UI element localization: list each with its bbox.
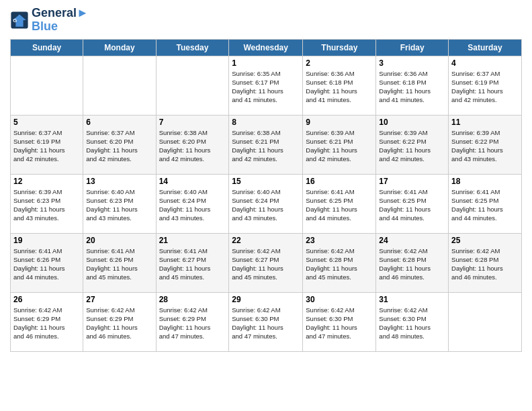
- day-info: Sunrise: 6:42 AM Sunset: 6:28 PM Dayligh…: [306, 246, 373, 282]
- day-info: Sunrise: 6:42 AM Sunset: 6:30 PM Dayligh…: [306, 306, 373, 341]
- day-cell: 31Sunrise: 6:42 AM Sunset: 6:30 PM Dayli…: [376, 292, 449, 351]
- day-info: Sunrise: 6:41 AM Sunset: 6:27 PM Dayligh…: [159, 246, 226, 282]
- day-info: Sunrise: 6:37 AM Sunset: 6:19 PM Dayligh…: [451, 69, 519, 105]
- day-cell: 20Sunrise: 6:41 AM Sunset: 6:26 PM Dayli…: [83, 233, 156, 292]
- day-number: 27: [86, 295, 152, 304]
- day-cell: 30Sunrise: 6:42 AM Sunset: 6:30 PM Dayli…: [303, 292, 376, 351]
- day-cell: 22Sunrise: 6:42 AM Sunset: 6:27 PM Dayli…: [229, 233, 303, 292]
- day-cell: 6Sunrise: 6:37 AM Sunset: 6:20 PM Daylig…: [83, 115, 156, 174]
- day-info: Sunrise: 6:42 AM Sunset: 6:30 PM Dayligh…: [232, 306, 300, 341]
- day-cell: 5Sunrise: 6:37 AM Sunset: 6:19 PM Daylig…: [11, 115, 83, 174]
- day-number: 4: [451, 58, 519, 68]
- week-row-4: 26Sunrise: 6:42 AM Sunset: 6:29 PM Dayli…: [11, 292, 522, 351]
- day-info: Sunrise: 6:37 AM Sunset: 6:19 PM Dayligh…: [13, 128, 80, 164]
- day-number: 12: [13, 177, 80, 186]
- day-cell: 3Sunrise: 6:36 AM Sunset: 6:18 PM Daylig…: [376, 56, 449, 115]
- day-info: Sunrise: 6:42 AM Sunset: 6:28 PM Dayligh…: [379, 246, 445, 282]
- day-number: 16: [306, 177, 373, 186]
- day-cell: 16Sunrise: 6:41 AM Sunset: 6:25 PM Dayli…: [303, 174, 376, 233]
- day-number: 5: [13, 118, 80, 127]
- weekday-header-thursday: Thursday: [303, 39, 376, 56]
- day-number: 25: [451, 236, 519, 245]
- weekday-header-row: SundayMondayTuesdayWednesdayThursdayFrid…: [11, 39, 522, 56]
- weekday-header-tuesday: Tuesday: [156, 39, 229, 56]
- day-number: 9: [306, 118, 373, 127]
- day-cell: 27Sunrise: 6:42 AM Sunset: 6:29 PM Dayli…: [83, 292, 156, 351]
- day-info: Sunrise: 6:39 AM Sunset: 6:23 PM Dayligh…: [13, 187, 80, 223]
- day-cell: 10Sunrise: 6:39 AM Sunset: 6:22 PM Dayli…: [376, 115, 449, 174]
- day-info: Sunrise: 6:39 AM Sunset: 6:22 PM Dayligh…: [451, 128, 519, 164]
- day-cell: 12Sunrise: 6:39 AM Sunset: 6:23 PM Dayli…: [11, 174, 83, 233]
- day-cell: 19Sunrise: 6:41 AM Sunset: 6:26 PM Dayli…: [11, 233, 83, 292]
- day-cell: 28Sunrise: 6:42 AM Sunset: 6:29 PM Dayli…: [156, 292, 229, 351]
- day-cell: 14Sunrise: 6:40 AM Sunset: 6:24 PM Dayli…: [156, 174, 229, 233]
- day-cell: 13Sunrise: 6:40 AM Sunset: 6:23 PM Dayli…: [83, 174, 156, 233]
- day-cell: [449, 292, 522, 351]
- day-number: 7: [159, 118, 226, 127]
- day-number: 3: [379, 58, 445, 68]
- day-cell: 24Sunrise: 6:42 AM Sunset: 6:28 PM Dayli…: [376, 233, 449, 292]
- day-cell: [11, 56, 83, 115]
- day-number: 10: [379, 118, 445, 127]
- day-number: 31: [379, 295, 445, 304]
- day-number: 28: [159, 295, 226, 304]
- day-number: 26: [13, 295, 80, 304]
- logo-text: General►Blue: [32, 7, 89, 34]
- day-info: Sunrise: 6:42 AM Sunset: 6:29 PM Dayligh…: [86, 306, 152, 341]
- logo-icon: G: [10, 11, 29, 30]
- page: G General►Blue SundayMondayTuesdayWednes…: [0, 0, 532, 411]
- day-number: 19: [13, 236, 80, 245]
- week-row-1: 5Sunrise: 6:37 AM Sunset: 6:19 PM Daylig…: [11, 115, 522, 174]
- header: G General►Blue: [10, 7, 522, 34]
- day-info: Sunrise: 6:42 AM Sunset: 6:27 PM Dayligh…: [232, 246, 300, 282]
- day-number: 14: [159, 177, 226, 186]
- day-cell: 4Sunrise: 6:37 AM Sunset: 6:19 PM Daylig…: [449, 56, 522, 115]
- day-info: Sunrise: 6:42 AM Sunset: 6:28 PM Dayligh…: [451, 246, 519, 282]
- day-cell: [83, 56, 156, 115]
- day-info: Sunrise: 6:41 AM Sunset: 6:25 PM Dayligh…: [451, 187, 519, 223]
- day-number: 17: [379, 177, 445, 186]
- day-cell: 23Sunrise: 6:42 AM Sunset: 6:28 PM Dayli…: [303, 233, 376, 292]
- day-number: 8: [232, 118, 300, 127]
- day-number: 11: [451, 118, 519, 127]
- day-number: 29: [232, 295, 300, 304]
- svg-text:G: G: [13, 17, 17, 24]
- day-number: 18: [451, 177, 519, 186]
- day-number: 20: [86, 236, 152, 245]
- day-info: Sunrise: 6:41 AM Sunset: 6:26 PM Dayligh…: [13, 246, 80, 282]
- day-info: Sunrise: 6:39 AM Sunset: 6:22 PM Dayligh…: [379, 128, 445, 164]
- day-number: 24: [379, 236, 445, 245]
- day-cell: 21Sunrise: 6:41 AM Sunset: 6:27 PM Dayli…: [156, 233, 229, 292]
- day-info: Sunrise: 6:42 AM Sunset: 6:30 PM Dayligh…: [379, 306, 445, 341]
- day-number: 1: [232, 58, 300, 68]
- day-number: 15: [232, 177, 300, 186]
- day-cell: 25Sunrise: 6:42 AM Sunset: 6:28 PM Dayli…: [449, 233, 522, 292]
- week-row-0: 1Sunrise: 6:35 AM Sunset: 6:17 PM Daylig…: [11, 56, 522, 115]
- day-number: 6: [86, 118, 152, 127]
- day-number: 23: [306, 236, 373, 245]
- day-cell: 2Sunrise: 6:36 AM Sunset: 6:18 PM Daylig…: [303, 56, 376, 115]
- day-info: Sunrise: 6:41 AM Sunset: 6:26 PM Dayligh…: [86, 246, 152, 282]
- day-cell: 17Sunrise: 6:41 AM Sunset: 6:25 PM Dayli…: [376, 174, 449, 233]
- day-number: 21: [159, 236, 226, 245]
- day-info: Sunrise: 6:41 AM Sunset: 6:25 PM Dayligh…: [379, 187, 445, 223]
- day-cell: [156, 56, 229, 115]
- day-info: Sunrise: 6:39 AM Sunset: 6:21 PM Dayligh…: [306, 128, 373, 164]
- logo: G General►Blue: [10, 7, 89, 34]
- weekday-header-monday: Monday: [83, 39, 156, 56]
- day-number: 2: [306, 58, 373, 68]
- day-cell: 15Sunrise: 6:40 AM Sunset: 6:24 PM Dayli…: [229, 174, 303, 233]
- day-cell: 7Sunrise: 6:38 AM Sunset: 6:20 PM Daylig…: [156, 115, 229, 174]
- day-cell: 11Sunrise: 6:39 AM Sunset: 6:22 PM Dayli…: [449, 115, 522, 174]
- weekday-header-saturday: Saturday: [449, 39, 522, 56]
- week-row-3: 19Sunrise: 6:41 AM Sunset: 6:26 PM Dayli…: [11, 233, 522, 292]
- day-cell: 29Sunrise: 6:42 AM Sunset: 6:30 PM Dayli…: [229, 292, 303, 351]
- weekday-header-wednesday: Wednesday: [229, 39, 303, 56]
- day-number: 13: [86, 177, 152, 186]
- day-info: Sunrise: 6:42 AM Sunset: 6:29 PM Dayligh…: [159, 306, 226, 341]
- day-info: Sunrise: 6:37 AM Sunset: 6:20 PM Dayligh…: [86, 128, 152, 164]
- day-cell: 9Sunrise: 6:39 AM Sunset: 6:21 PM Daylig…: [303, 115, 376, 174]
- day-info: Sunrise: 6:38 AM Sunset: 6:20 PM Dayligh…: [159, 128, 226, 164]
- day-info: Sunrise: 6:40 AM Sunset: 6:24 PM Dayligh…: [159, 187, 226, 223]
- day-info: Sunrise: 6:36 AM Sunset: 6:18 PM Dayligh…: [306, 69, 373, 105]
